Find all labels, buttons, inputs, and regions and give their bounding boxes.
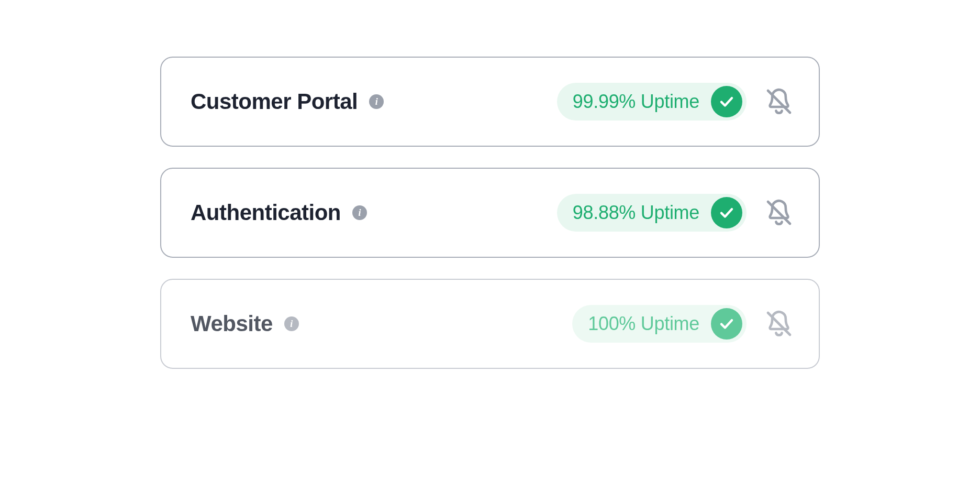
bell-off-icon[interactable]	[762, 85, 796, 118]
check-icon	[711, 308, 742, 340]
check-icon	[711, 86, 742, 117]
uptime-text: 98.88% Uptime	[573, 202, 699, 224]
check-icon	[711, 197, 742, 228]
uptime-text: 99.99% Uptime	[573, 91, 699, 113]
service-name: Authentication	[191, 200, 341, 225]
bell-off-icon[interactable]	[762, 196, 796, 229]
uptime-pill: 99.99% Uptime	[557, 83, 747, 121]
service-name: Customer Portal	[191, 89, 358, 114]
uptime-text: 100% Uptime	[588, 313, 699, 335]
info-icon[interactable]: i	[284, 316, 299, 331]
uptime-pill: 98.88% Uptime	[557, 194, 747, 232]
service-card[interactable]: Customer Portal i 99.99% Uptime	[160, 57, 820, 147]
info-icon[interactable]: i	[352, 205, 367, 220]
service-name: Website	[191, 311, 273, 336]
service-card[interactable]: Authentication i 98.88% Uptime	[160, 168, 820, 258]
info-icon[interactable]: i	[369, 94, 384, 109]
service-card[interactable]: Website i 100% Uptime	[160, 279, 820, 369]
status-list: Customer Portal i 99.99% Uptime Authenti…	[160, 0, 820, 369]
bell-off-icon[interactable]	[762, 307, 796, 341]
uptime-pill: 100% Uptime	[572, 305, 747, 343]
